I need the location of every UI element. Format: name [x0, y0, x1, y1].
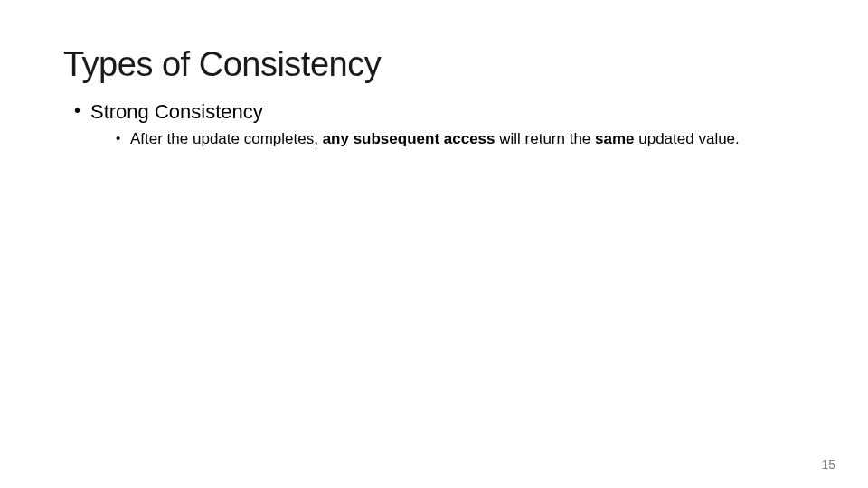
bullet-text-suffix: updated value. [635, 130, 740, 147]
bullet-text-level1: Strong Consistency [90, 100, 263, 123]
bullet-text-bold2: same [595, 130, 634, 147]
bullet-item-level2: After the update completes, any subseque… [116, 129, 805, 149]
bullet-text-bold1: any subsequent access [323, 130, 495, 147]
slide-title: Types of Consistency [63, 45, 805, 84]
page-number: 15 [821, 457, 835, 472]
bullet-item-level1: Strong Consistency After the update comp… [74, 100, 805, 149]
bullet-list-level2: After the update completes, any subseque… [90, 129, 805, 149]
bullet-text-prefix: After the update completes, [130, 130, 323, 147]
slide-container: Types of Consistency Strong Consistency … [0, 0, 868, 488]
bullet-text-mid: will return the [495, 130, 596, 147]
bullet-list-level1: Strong Consistency After the update comp… [63, 100, 805, 149]
